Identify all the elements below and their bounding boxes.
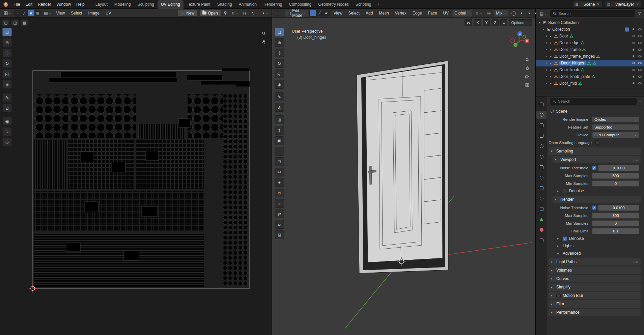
ortho-grid-icon[interactable]: [525, 83, 530, 87]
scene-selector[interactable]: ▦ ⌄ Scene ✕: [573, 1, 602, 8]
object-name[interactable]: Door_frame_hinges: [559, 54, 595, 59]
transform-orientation-dropdown[interactable]: Global⌄: [452, 10, 472, 17]
shading-rendered-icon[interactable]: ◑: [526, 10, 531, 16]
time-limit-value[interactable]: 0 s: [592, 228, 639, 234]
vp-tool-extrude[interactable]: ↥: [275, 126, 284, 135]
tab-layout[interactable]: Layout: [92, 0, 111, 9]
zoom-icon[interactable]: [261, 31, 266, 36]
uv-tool-scale[interactable]: ◱: [2, 69, 12, 78]
sampling-render-header[interactable]: ▾ Render ∷∷: [553, 196, 641, 203]
hide-eye-icon[interactable]: [632, 48, 636, 52]
outliner-item-door-edge[interactable]: ▸ Door_edge: [536, 39, 644, 46]
shading-solid-icon[interactable]: ◯: [510, 10, 517, 16]
uv-tool-select-box[interactable]: □: [2, 28, 12, 36]
vp-tool-scale[interactable]: ◱: [275, 69, 284, 78]
vp-tool-annotate[interactable]: ✎: [275, 92, 284, 101]
vp-tool-inset-faces[interactable]: ▣: [275, 136, 284, 145]
viewport-denoise-checkbox[interactable]: ✓: [563, 189, 567, 193]
sticky-selection-dropdown[interactable]: ▤⌄: [43, 10, 53, 16]
uv-setting-icon-2[interactable]: ◫: [11, 19, 19, 26]
expand-chevron-icon[interactable]: ▸: [549, 34, 553, 38]
vp-tool-select-box[interactable]: □: [275, 28, 284, 36]
vp-menu-mesh[interactable]: Mesh: [376, 10, 391, 17]
shading-material-icon[interactable]: ◐: [519, 10, 524, 16]
uv-edge-mode-button[interactable]: ╱: [21, 10, 28, 16]
tab-texture-paint[interactable]: Texture Paint: [184, 0, 214, 9]
tab-render-properties[interactable]: [536, 111, 547, 119]
vp-tool-loop-cut[interactable]: ⊟: [275, 157, 284, 166]
osl-checkbox[interactable]: ✓: [595, 140, 600, 145]
min-samples-value[interactable]: 0: [592, 180, 639, 187]
outliner-item-door[interactable]: ▸ Door: [536, 33, 644, 39]
expand-chevron-icon[interactable]: ▾: [542, 28, 545, 31]
uv-tool-cursor[interactable]: ⊕: [2, 38, 12, 47]
mirror-y-toggle[interactable]: Y: [483, 19, 490, 26]
uv-tool-rip[interactable]: ⊿: [2, 104, 12, 112]
pan-hand-icon[interactable]: [525, 66, 530, 71]
tab-animation[interactable]: Animation: [235, 0, 260, 9]
noise-threshold-checkbox[interactable]: ✓: [592, 166, 596, 170]
tab-object-data-properties[interactable]: [536, 216, 547, 223]
sampling-viewport-header[interactable]: ▾ Viewport ∷∷: [553, 156, 641, 163]
navigation-gizmo[interactable]: Z X: [509, 30, 530, 51]
tab-shading[interactable]: Shading: [214, 0, 235, 9]
hide-eye-icon[interactable]: [632, 68, 636, 72]
vp-tool-smooth[interactable]: ≈: [275, 199, 284, 208]
expand-chevron-icon[interactable]: ▸: [549, 55, 553, 58]
tab-material-properties[interactable]: [536, 226, 547, 234]
outliner-scene-collection[interactable]: ▾ Scene Collection: [536, 19, 644, 26]
proportional-edit-toggle[interactable]: ◎: [486, 10, 492, 16]
outliner-item-door-mid[interactable]: ▸ Door_mid: [536, 80, 644, 87]
scene-browse-icon[interactable]: ▦: [575, 3, 578, 6]
outliner-item-door-knob[interactable]: ▸ Door_knob: [536, 66, 644, 73]
uv-menu-select[interactable]: Select: [68, 10, 84, 17]
expand-chevron-icon[interactable]: ▸: [549, 68, 553, 72]
disable-render-icon[interactable]: [638, 54, 642, 58]
hide-eye-icon[interactable]: [632, 34, 636, 38]
performance-panel-header[interactable]: ▸ Performance: [549, 309, 641, 316]
vp-menu-edge[interactable]: Edge: [410, 10, 424, 17]
vp-tool-move[interactable]: ✢: [275, 49, 284, 57]
disable-render-icon[interactable]: [638, 75, 642, 79]
overlays-dropdown[interactable]: ◐⌄: [261, 10, 270, 16]
menu-file[interactable]: File: [11, 1, 23, 8]
disable-render-icon[interactable]: [638, 68, 642, 72]
snapping-dropdown[interactable]: ⌄: [230, 10, 240, 16]
tab-constraint-properties[interactable]: [536, 205, 547, 213]
uv-island-mode-button[interactable]: ▦: [35, 10, 41, 16]
tab-scripting[interactable]: Scripting: [352, 0, 375, 9]
tab-output-properties[interactable]: [536, 121, 547, 129]
mirror-z-toggle[interactable]: Z: [492, 19, 499, 26]
menu-render[interactable]: Render: [35, 1, 54, 8]
tab-modeling[interactable]: Modeling: [111, 0, 134, 9]
uv-face-mode-button[interactable]: ▰: [28, 10, 34, 16]
vp-tool-transform[interactable]: ◈: [275, 80, 284, 89]
falloff-dropdown[interactable]: Mix⌄: [494, 10, 508, 17]
light-paths-panel-header[interactable]: ▸ Light Paths ∷∷: [549, 258, 641, 266]
tool-options-icon[interactable]: ≡: [500, 19, 507, 26]
vp-menu-select[interactable]: Select: [346, 10, 362, 17]
proportional-edit-toggle[interactable]: ◎: [242, 10, 248, 16]
uv-tool-transform[interactable]: ◈: [2, 80, 12, 89]
editor-type-icon[interactable]: ▤⌄: [538, 10, 548, 17]
drag-grip-icon[interactable]: ∷∷: [633, 260, 638, 264]
drag-grip-icon[interactable]: ∷∷: [633, 198, 638, 201]
expand-chevron-icon[interactable]: ▸: [549, 41, 553, 45]
uv-setting-icon-3[interactable]: ▦: [21, 19, 28, 26]
vp-tool-add-cube[interactable]: ⊞: [275, 115, 284, 124]
hide-eye-icon[interactable]: [632, 81, 636, 85]
vp-tool-rip-region[interactable]: ⊠: [275, 230, 284, 239]
vp-tool-cursor[interactable]: ⊕: [275, 38, 284, 47]
remove-viewlayer-icon[interactable]: ✕: [636, 2, 639, 6]
viewlayer-selector[interactable]: ▤ ⌄ ViewLayer ✕: [605, 1, 641, 8]
viewport-canvas[interactable]: ⋈ X Y Z ≡ Options ⌄ User Perspective (3)…: [272, 18, 535, 335]
object-name[interactable]: Door_edge: [559, 40, 579, 45]
sampling-lights-row[interactable]: ▸ Lights: [547, 242, 643, 250]
options-icon[interactable]: ⌄: [639, 100, 641, 103]
motion-blur-checkbox[interactable]: ✓: [556, 294, 561, 298]
mirror-icon[interactable]: ⋈: [465, 19, 472, 26]
editor-type-icon[interactable]: ▢⌄: [274, 10, 284, 16]
tab-geometry-nodes[interactable]: Geometry Nodes: [315, 0, 352, 9]
simplify-panel-header[interactable]: ▸ Simplify: [549, 283, 641, 291]
tab-view-layer-properties[interactable]: [536, 132, 547, 140]
